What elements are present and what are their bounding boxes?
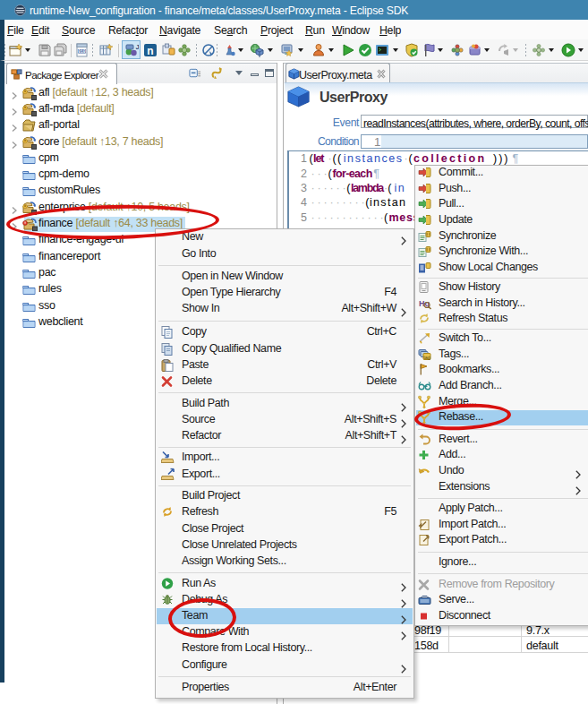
svg-text:tag: tag — [423, 354, 430, 359]
svg-text:010: 010 — [78, 49, 86, 54]
svg-text:n: n — [147, 45, 153, 57]
svg-text:J: J — [136, 43, 140, 51]
